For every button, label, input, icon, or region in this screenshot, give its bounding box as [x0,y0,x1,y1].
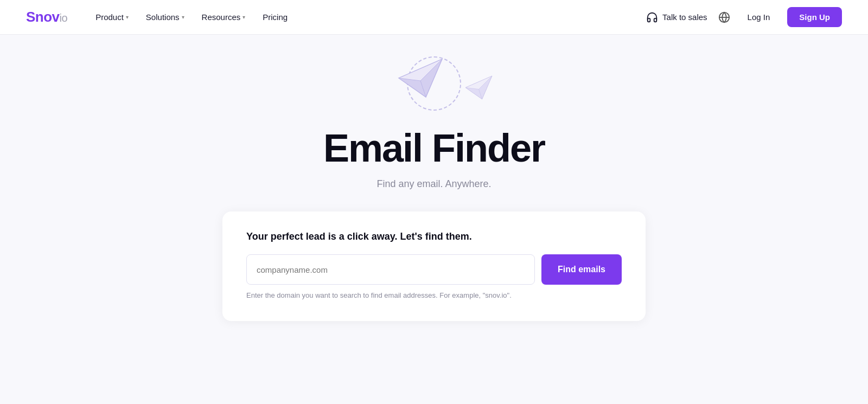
login-button[interactable]: Log In [741,8,777,26]
nav-label-solutions: Solutions [146,12,180,22]
logo-main: Snov [26,9,60,25]
find-emails-button[interactable]: Find emails [541,254,622,285]
nav-label-product: Product [95,12,124,22]
planes-illustration [358,46,510,121]
nav-links: Product ▾ Solutions ▾ Resources ▾ Pricin… [89,8,294,26]
paper-plane-main-icon [396,54,445,102]
nav-label-resources: Resources [202,12,241,22]
paper-plane-small-icon [464,73,494,102]
talk-to-sales-link[interactable]: Talk to sales [646,11,707,23]
nav-item-pricing[interactable]: Pricing [256,8,294,26]
search-hint: Enter the domain you want to search to f… [246,291,622,299]
hero-section: Email Finder Find any email. Anywhere. Y… [0,35,868,321]
chevron-down-icon: ▾ [242,14,245,20]
talk-to-sales-label: Talk to sales [662,12,707,22]
hero-subtitle: Find any email. Anywhere. [376,178,491,190]
globe-icon[interactable] [718,11,730,23]
logo-suffix: io [60,12,68,24]
nav-label-pricing: Pricing [263,12,288,22]
navbar-right: Talk to sales Log In Sign Up [646,7,842,27]
navbar-left: Snovio Product ▾ Solutions ▾ Resources ▾… [26,8,294,26]
nav-item-product[interactable]: Product ▾ [89,8,135,26]
chevron-down-icon: ▾ [126,14,129,20]
headphone-icon [646,11,658,23]
logo[interactable]: Snovio [26,9,67,25]
card-title: Your perfect lead is a click away. Let's… [246,231,622,242]
signup-button[interactable]: Sign Up [787,7,842,27]
domain-input[interactable] [246,254,535,285]
hero-title: Email Finder [323,127,545,170]
chevron-down-icon: ▾ [182,14,184,20]
navbar: Snovio Product ▾ Solutions ▾ Resources ▾… [0,0,868,35]
nav-item-resources[interactable]: Resources ▾ [195,8,252,26]
search-row: Find emails [246,254,622,285]
search-card: Your perfect lead is a click away. Let's… [222,211,646,321]
nav-item-solutions[interactable]: Solutions ▾ [139,8,191,26]
